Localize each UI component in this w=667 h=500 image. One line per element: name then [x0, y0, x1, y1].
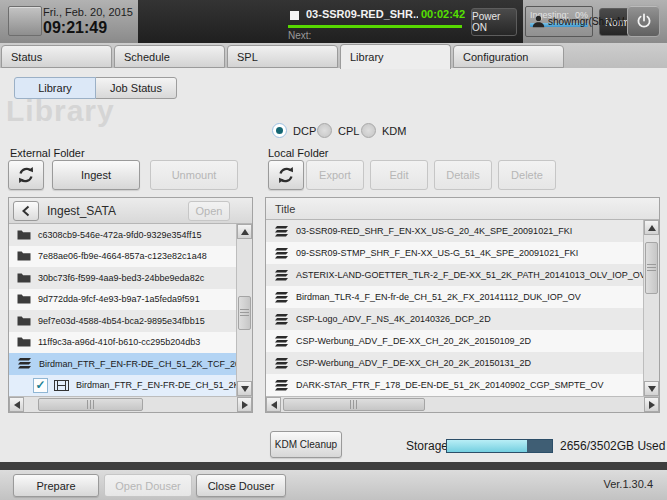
tab-spl[interactable]: SPL: [227, 45, 338, 68]
elapsed-time: 00:02:42: [421, 8, 465, 20]
local-refresh-button[interactable]: [268, 160, 304, 190]
scrollbar-thumb[interactable]: [38, 398, 143, 411]
scroll-up-button[interactable]: [237, 224, 252, 239]
scroll-left-button[interactable]: [9, 397, 24, 412]
user-menu[interactable]: showmgr(ShowMa...: [523, 0, 667, 43]
refresh-icon: [276, 165, 296, 185]
tab-configuration[interactable]: Configuration: [453, 45, 564, 68]
close-douser-button[interactable]: Close Douser: [196, 474, 286, 497]
table-row[interactable]: CSP-Logo_ADV_F_NS_4K_20140326_DCP_2D: [266, 308, 643, 330]
table-row[interactable]: 03-SSR09-RED_SHR_F_EN-XX_US-G_20_4K_SPE_…: [266, 220, 643, 242]
list-item[interactable]: c6308cb9-546e-472a-9fd0-9329e354ff15: [9, 224, 236, 246]
list-item[interactable]: 30bc73f6-f599-4aa9-bed3-24bbe9eda82c: [9, 267, 236, 289]
tab-status[interactable]: Status: [1, 45, 112, 68]
back-button[interactable]: [13, 201, 39, 221]
scroll-right-button[interactable]: [644, 397, 659, 412]
list-item[interactable]: 9ef7e03d-4588-4b54-bca2-9895e34fbb15: [9, 310, 236, 332]
folder-name: 30bc73f6-f599-4aa9-bed3-24bbe9eda82c: [38, 273, 204, 283]
radio-cpl[interactable]: CPL: [317, 123, 359, 138]
table-row[interactable]: CSP-Werbung_ADV_F_DE-XX_CH_20_2K_2015010…: [266, 330, 643, 352]
triangle-left-icon: [14, 401, 20, 409]
delete-button[interactable]: Delete: [498, 160, 556, 190]
folder-name: 7e88ae06-fb9e-4664-857a-c123e82c1a48: [38, 251, 207, 261]
stop-icon: [290, 11, 299, 20]
scroll-up-button[interactable]: [644, 220, 659, 235]
dcp-package-icon: [274, 248, 289, 259]
asset-name: Birdman_FTR_F_EN-FR-DE_CH_51_2K_: [76, 380, 236, 390]
local-horizontal-scrollbar[interactable]: [266, 396, 659, 412]
screen: Fri., Feb. 20, 2015 09:21:49 03-SSR09-RE…: [0, 0, 667, 500]
scroll-down-button[interactable]: [644, 381, 659, 396]
external-vertical-scrollbar[interactable]: [236, 224, 252, 396]
list-item-selected[interactable]: Birdman_FTR_F_EN-FR-DE_CH_51_2K_TCF_2014: [9, 353, 236, 375]
subtab-library[interactable]: Library: [14, 77, 96, 99]
title-cell: CSP-Werbung_ADV_F_DE-XX_CH_20_2K_2015013…: [296, 358, 531, 368]
details-button[interactable]: Details: [434, 160, 492, 190]
playback-status-panel: 03-SSR09-RED_SHR... 00:02:42 Next: Power…: [138, 0, 523, 43]
radio-kdm[interactable]: KDM: [361, 123, 406, 138]
table-row[interactable]: Birdman_TLR-4_F_EN-fr-de_CH_51_2K_FX_201…: [266, 286, 643, 308]
storage-label: Storage: [406, 439, 448, 453]
chevron-left-icon: [21, 205, 31, 217]
external-horizontal-scrollbar[interactable]: [9, 396, 252, 412]
ingest-button[interactable]: Ingest: [52, 160, 140, 190]
list-item[interactable]: 7e88ae06-fb9e-4664-857a-c123e82c1a48: [9, 246, 236, 268]
export-button[interactable]: Export: [306, 160, 364, 190]
grip-icon: [647, 264, 656, 272]
dcp-package-icon: [274, 380, 289, 391]
tab-schedule[interactable]: Schedule: [114, 45, 225, 68]
list-item[interactable]: 11ff9c3a-a96d-410f-b610-cc295b204db3: [9, 332, 236, 354]
radio-kdm-circle[interactable]: [361, 123, 376, 138]
dcp-package-icon: [274, 292, 289, 303]
user-icon: [532, 14, 545, 32]
dcp-package-icon: [274, 358, 289, 369]
scrollbar-thumb[interactable]: [283, 398, 425, 411]
title-cell: CSP-Logo_ADV_F_NS_4K_20140326_DCP_2D: [296, 314, 491, 324]
table-row[interactable]: DARK-STAR_FTR_F_178_DE-EN-DE_51_2K_20140…: [266, 374, 643, 396]
prepare-button[interactable]: Prepare: [13, 474, 99, 497]
scrollbar-thumb[interactable]: [238, 296, 251, 330]
title-cell: CSP-Werbung_ADV_F_DE-XX_CH_20_2K_2015010…: [296, 336, 531, 346]
storage-bar-fill: [447, 440, 527, 452]
external-refresh-button[interactable]: [8, 160, 44, 190]
list-subitem[interactable]: Birdman_FTR_F_EN-FR-DE_CH_51_2K_: [9, 375, 236, 397]
radio-cpl-circle[interactable]: [317, 123, 332, 138]
local-vertical-scrollbar[interactable]: [643, 220, 659, 396]
table-row[interactable]: CSP-Werbung_ADV_F_DE-XX_CH_20_2K_2015013…: [266, 352, 643, 374]
open-button[interactable]: Open: [188, 201, 230, 221]
scroll-left-button[interactable]: [266, 397, 281, 412]
shutdown-button[interactable]: [627, 5, 660, 37]
folder-icon: [17, 293, 31, 305]
edit-button[interactable]: Edit: [370, 160, 428, 190]
playback-progress-line: [288, 25, 462, 28]
menu-button[interactable]: [8, 6, 42, 36]
scrollbar-thumb[interactable]: [645, 242, 658, 294]
radio-dcp[interactable]: DCP: [272, 123, 316, 138]
tab-library[interactable]: Library: [340, 44, 451, 69]
scroll-right-button[interactable]: [237, 397, 252, 412]
kdm-cleanup-button[interactable]: KDM Cleanup: [270, 431, 342, 458]
film-icon: [54, 380, 69, 391]
triangle-right-icon: [649, 401, 655, 409]
dcp-package-icon: [274, 336, 289, 347]
unmount-button[interactable]: Unmount: [150, 160, 238, 190]
scroll-down-button[interactable]: [237, 381, 252, 396]
storage-used-text: 2656/3502GB Used: [560, 439, 665, 453]
external-folder-list: c6308cb9-546e-472a-9fd0-9329e354ff15 7e8…: [9, 224, 236, 396]
footer-divider: [0, 462, 667, 470]
title-cell: Birdman_TLR-4_F_EN-fr-de_CH_51_2K_FX_201…: [296, 292, 581, 302]
folder-icon: [17, 229, 31, 241]
external-folder-panel: Ingest_SATA Open c6308cb9-546e-472a-9fd0…: [8, 197, 253, 413]
storage-bar: [446, 439, 553, 453]
now-playing-title: 03-SSR09-RED_SHR...: [306, 8, 418, 20]
grip-icon: [87, 400, 95, 409]
radio-dcp-circle[interactable]: [272, 123, 287, 138]
table-row[interactable]: ASTERIX-LAND-GOETTER_TLR-2_F_DE-XX_51_2K…: [266, 264, 643, 286]
open-douser-button[interactable]: Open Douser: [104, 474, 192, 497]
list-item[interactable]: 9d772dda-9fcf-4e93-b9a7-1a5feda9f591: [9, 289, 236, 311]
package-name: Birdman_FTR_F_EN-FR-DE_CH_51_2K_TCF_2014: [39, 359, 236, 369]
title-cell: DARK-STAR_FTR_F_178_DE-EN-DE_51_2K_20140…: [296, 380, 603, 390]
asset-checkbox-checked[interactable]: [33, 378, 48, 393]
table-row[interactable]: 09-SSR09-STMP_SHR_F_EN-XX_US-G_51_4K_SPE…: [266, 242, 643, 264]
power-on-button[interactable]: Power ON: [471, 8, 517, 36]
